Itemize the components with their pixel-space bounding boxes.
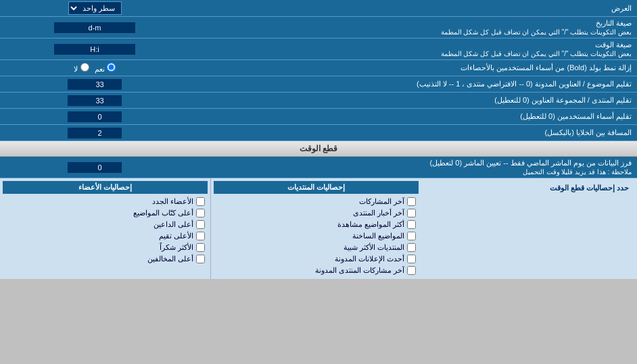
forum-limit-input-cell (0, 94, 189, 107)
list-item: الأعلى تقيم (3, 230, 208, 242)
stats-members-header: إحصاليات الأعضاء (3, 181, 208, 194)
checkbox-posts-6[interactable] (407, 266, 416, 275)
checkbox-posts-3[interactable] (407, 232, 416, 240)
time-format-input-cell (0, 43, 189, 56)
header-row: العرض سطر واحد (0, 0, 637, 17)
checkbox-posts-2[interactable] (407, 220, 416, 229)
list-item: آخر أخبار المنتدى (214, 207, 419, 219)
time-section-row: فرز البيانات من يوم الماشر الماضي فقط --… (0, 157, 637, 178)
date-format-input-cell (0, 21, 189, 34)
topic-limit-row: تقليم الموضوع / العناوين المدونة (0 -- ا… (0, 76, 637, 93)
list-item: المواضيع الساخنة (214, 230, 419, 242)
forum-limit-row: تقليم المنتدى / المجموعة العناوين (0 للت… (0, 93, 637, 109)
time-section-header: قطع الوقت (0, 141, 637, 157)
checkbox-members-3[interactable] (196, 232, 205, 240)
stats-posts-header: إحصاليات المنتديات (214, 181, 419, 194)
bold-radio-group: نعم لا (68, 63, 120, 74)
time-format-row: صيغة الوقت بعض التكوينات يتطلب "/" التي … (0, 38, 637, 60)
radio-no-label: لا (74, 63, 89, 74)
header-label: العرض (189, 2, 637, 15)
list-item: آخر المشاركات (214, 196, 419, 207)
gap-row: المسافة بين الخلايا (بالبكسل) (0, 125, 637, 141)
topic-limit-input[interactable] (68, 79, 122, 90)
main-container: العرض سطر واحد صيغة التاريخ بعض التكوينا… (0, 0, 637, 279)
stats-section: حدد إحصاليات قطع الوقت إحصاليات المنتديا… (0, 178, 637, 279)
date-format-row: صيغة التاريخ بعض التكوينات يتطلب "/" الت… (0, 17, 637, 38)
checkbox-members-4[interactable] (196, 243, 205, 252)
username-limit-row: تقليم أسماء المستخدمين (0 للتعطيل) (0, 109, 637, 125)
checkbox-members-2[interactable] (196, 220, 205, 229)
date-format-label: صيغة التاريخ بعض التكوينات يتطلب "/" الت… (189, 17, 637, 38)
checkbox-members-1[interactable] (196, 209, 205, 217)
time-section-input-cell (0, 161, 189, 174)
stats-posts-col: إحصاليات المنتديات آخر المشاركات آخر أخب… (210, 178, 421, 279)
stats-right-label: حدد إحصاليات قطع الوقت (427, 181, 632, 195)
gap-label: المسافة بين الخلايا (بالبكسل) (189, 126, 637, 139)
username-limit-input[interactable] (68, 111, 122, 122)
checkbox-posts-1[interactable] (407, 209, 416, 217)
time-format-label: صيغة الوقت بعض التكوينات يتطلب "/" التي … (189, 38, 637, 59)
topic-limit-input-cell (0, 78, 189, 91)
list-item: الأكثر شكراً (3, 242, 208, 253)
list-item: أعلى المخالفين (3, 253, 208, 265)
list-item: أعلى كتّاب المواضيع (3, 207, 208, 219)
checkbox-posts-5[interactable] (407, 255, 416, 263)
date-format-input[interactable] (54, 22, 135, 33)
bold-remove-radio-cell: نعم لا (0, 61, 189, 75)
bold-remove-row: إزالة نمط بولد (Bold) من أسماء المستخدمي… (0, 60, 637, 76)
checkbox-members-5[interactable] (196, 255, 205, 263)
list-item: أحدث الإعلانات المدونة (214, 253, 419, 265)
gap-input-cell (0, 126, 189, 140)
radio-no[interactable] (80, 63, 89, 72)
forum-limit-input[interactable] (68, 95, 122, 106)
stats-members-col: إحصاليات الأعضاء الأعضاء الجدد أعلى كتّا… (0, 178, 210, 279)
list-item: آخر مشاركات المنتدى المدونة (214, 265, 419, 276)
forum-limit-label: تقليم المنتدى / المجموعة العناوين (0 للت… (189, 94, 637, 107)
radio-yes-label: نعم (95, 63, 116, 74)
time-format-input[interactable] (54, 44, 135, 55)
list-item: أعلى الداعين (3, 219, 208, 230)
bold-remove-label: إزالة نمط بولد (Bold) من أسماء المستخدمي… (189, 61, 637, 74)
time-section-input[interactable] (68, 162, 122, 173)
checkbox-members-0[interactable] (196, 197, 205, 206)
gap-input[interactable] (68, 128, 122, 138)
topic-limit-label: تقليم الموضوع / العناوين المدونة (0 -- ا… (189, 78, 637, 90)
stats-right-col: حدد إحصاليات قطع الوقت (421, 178, 637, 279)
radio-yes[interactable] (107, 63, 116, 72)
username-limit-label: تقليم أسماء المستخدمين (0 للتعطيل) (189, 110, 637, 123)
display-dropdown[interactable]: سطر واحد (68, 1, 122, 15)
checkbox-posts-4[interactable] (407, 243, 416, 252)
checkbox-posts-0[interactable] (407, 197, 416, 206)
list-item: المنتديات الأكثر شبية (214, 242, 419, 253)
time-section-label: فرز البيانات من يوم الماشر الماضي فقط --… (189, 157, 637, 178)
list-item: الأعضاء الجدد (3, 196, 208, 207)
username-limit-input-cell (0, 110, 189, 124)
header-dropdown-cell: سطر واحد (0, 0, 189, 16)
list-item: أكثر المواضيع مشاهدة (214, 219, 419, 230)
